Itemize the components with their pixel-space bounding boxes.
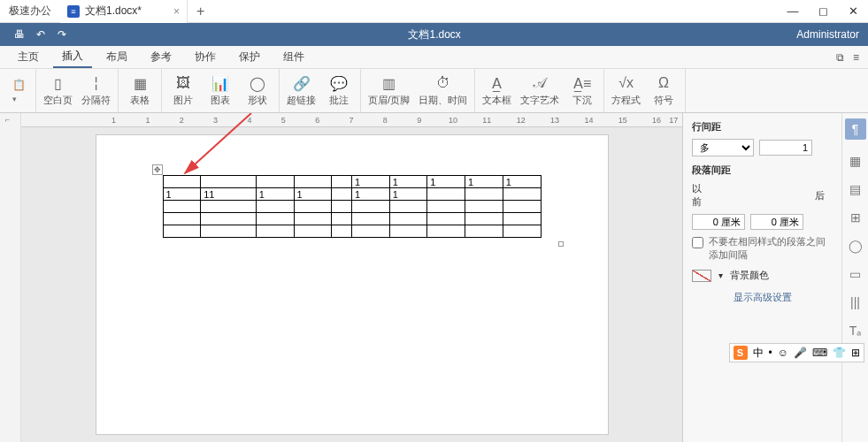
table-cell[interactable]: 1 <box>351 176 389 188</box>
table-cell[interactable] <box>163 176 201 188</box>
strip-text-icon[interactable]: Tₐ <box>849 324 862 338</box>
equation-button[interactable]: √x方程式 <box>611 74 641 107</box>
strip-textart-icon[interactable]: ||| <box>850 295 860 309</box>
page-break-button[interactable]: ¦分隔符 <box>81 74 111 107</box>
chart-button[interactable]: 📊图表 <box>206 74 234 107</box>
strip-image-icon[interactable]: ▤ <box>849 182 861 196</box>
table-cell[interactable] <box>256 225 294 238</box>
strip-header-icon[interactable]: ⊞ <box>850 210 861 225</box>
ime-keyboard[interactable]: ⌨ <box>812 347 827 359</box>
dropcap-button[interactable]: A̲≡下沉 <box>568 74 596 107</box>
ime-skin[interactable]: 👕 <box>833 347 846 359</box>
table-cell[interactable] <box>332 188 352 201</box>
table-cell[interactable] <box>427 201 465 213</box>
ime-punct[interactable]: • <box>769 347 772 359</box>
table-resize-handle[interactable] <box>558 241 564 247</box>
minimize-button[interactable]: — <box>778 4 808 18</box>
more-icon[interactable]: ≡ <box>853 51 859 64</box>
close-window-button[interactable]: ✕ <box>838 4 868 18</box>
table-cell[interactable] <box>465 188 503 201</box>
table-cell[interactable] <box>332 225 352 238</box>
picture-button[interactable]: 🖼图片 <box>169 74 197 107</box>
table-cell[interactable] <box>389 201 427 213</box>
ime-logo-icon[interactable]: S <box>734 346 748 360</box>
menu-insert[interactable]: 插入 <box>53 46 92 68</box>
table-cell[interactable]: 1 <box>351 188 389 201</box>
table-cell[interactable] <box>201 201 257 213</box>
no-same-style-checkbox[interactable] <box>692 237 703 248</box>
table-cell[interactable]: 1 <box>163 188 201 201</box>
table-cell[interactable]: 1 <box>465 176 503 188</box>
table-cell[interactable] <box>503 201 541 213</box>
table-cell[interactable] <box>427 188 465 201</box>
line-spacing-mode[interactable]: 多 <box>692 139 754 156</box>
page[interactable]: ✥ 111111111111 <box>96 134 609 435</box>
table-cell[interactable] <box>427 213 465 225</box>
spacing-after-input[interactable] <box>750 214 803 230</box>
table-cell[interactable] <box>163 213 201 225</box>
bg-color-swatch[interactable] <box>692 270 711 282</box>
table-cell[interactable]: 1 <box>427 176 465 188</box>
table-cell[interactable] <box>163 225 201 238</box>
textbox-button[interactable]: A̲文本框 <box>482 74 511 107</box>
strip-paragraph-icon[interactable]: ¶ <box>845 118 866 140</box>
strip-table-icon[interactable]: ▦ <box>849 154 861 168</box>
table-cell[interactable] <box>503 213 541 225</box>
ime-toolbar[interactable]: S 中 • ☺ 🎤 ⌨ 👕 ⊞ <box>729 343 864 362</box>
paste-icon[interactable]: 📋▾ <box>12 73 28 109</box>
table-cell[interactable] <box>465 213 503 225</box>
ime-emoji[interactable]: ☺ <box>778 347 788 359</box>
table-cell[interactable] <box>503 188 541 201</box>
document-tab[interactable]: ≡ 文档1.docx* × <box>60 0 188 23</box>
no-same-style-check[interactable]: 不要在相同样式的段落之间添加间隔 <box>692 235 833 262</box>
table-cell[interactable] <box>465 225 503 238</box>
table-cell[interactable] <box>351 201 389 213</box>
table-button[interactable]: ▦表格 <box>126 74 154 107</box>
table-cell[interactable] <box>294 176 332 188</box>
menu-protect[interactable]: 保护 <box>230 47 269 67</box>
spacing-before-input[interactable] <box>692 214 745 230</box>
symbol-button[interactable]: Ω符号 <box>649 74 678 107</box>
table-cell[interactable] <box>332 213 352 225</box>
table-cell[interactable] <box>465 201 503 213</box>
strip-chart-icon[interactable]: ▭ <box>849 267 861 281</box>
wordart-button[interactable]: 𝒜文字艺术 <box>520 74 559 107</box>
table-cell[interactable] <box>389 213 427 225</box>
hyperlink-button[interactable]: 🔗超链接 <box>287 74 316 107</box>
table-cell[interactable] <box>256 201 294 213</box>
table-move-handle[interactable]: ✥ <box>152 164 163 175</box>
strip-shape-icon[interactable]: ◯ <box>849 239 863 253</box>
table-cell[interactable] <box>201 213 257 225</box>
table-cell[interactable] <box>201 176 257 188</box>
canvas[interactable]: 11234567891011121314151617 ✥ 11111111111… <box>21 113 682 442</box>
ime-mic[interactable]: 🎤 <box>794 347 807 359</box>
table-cell[interactable]: 11 <box>201 188 257 201</box>
menu-plugins[interactable]: 组件 <box>274 47 313 67</box>
ime-grid[interactable]: ⊞ <box>851 347 860 359</box>
menu-layout[interactable]: 布局 <box>97 47 136 67</box>
table-cell[interactable] <box>351 213 389 225</box>
maximize-button[interactable]: ◻ <box>808 4 838 18</box>
new-tab-button[interactable]: + <box>188 4 213 19</box>
table-cell[interactable] <box>294 201 332 213</box>
table-cell[interactable]: 1 <box>389 188 427 201</box>
show-advanced-link[interactable]: 显示高级设置 <box>692 291 833 304</box>
comment-button[interactable]: 💬批注 <box>325 74 353 107</box>
table-cell[interactable] <box>389 225 427 238</box>
shape-button[interactable]: ◯形状 <box>243 74 272 107</box>
undo-icon[interactable]: ↶ <box>30 28 51 41</box>
date-time-button[interactable]: ⏱日期、时间 <box>419 74 467 107</box>
table-cell[interactable] <box>163 201 201 213</box>
redo-icon[interactable]: ↷ <box>51 28 73 41</box>
table-cell[interactable]: 1 <box>256 188 294 201</box>
table-cell[interactable]: 1 <box>294 188 332 201</box>
table-cell[interactable]: 1 <box>389 176 427 188</box>
ime-lang[interactable]: 中 <box>753 346 764 361</box>
menu-home[interactable]: 主页 <box>9 47 48 67</box>
blank-page-button[interactable]: ▯空白页 <box>43 74 73 107</box>
table-cell[interactable] <box>351 225 389 238</box>
open-file-icon[interactable]: ⧉ <box>836 51 844 64</box>
line-spacing-value[interactable] <box>759 140 812 156</box>
table-cell[interactable] <box>332 201 352 213</box>
table-cell[interactable] <box>256 176 294 188</box>
